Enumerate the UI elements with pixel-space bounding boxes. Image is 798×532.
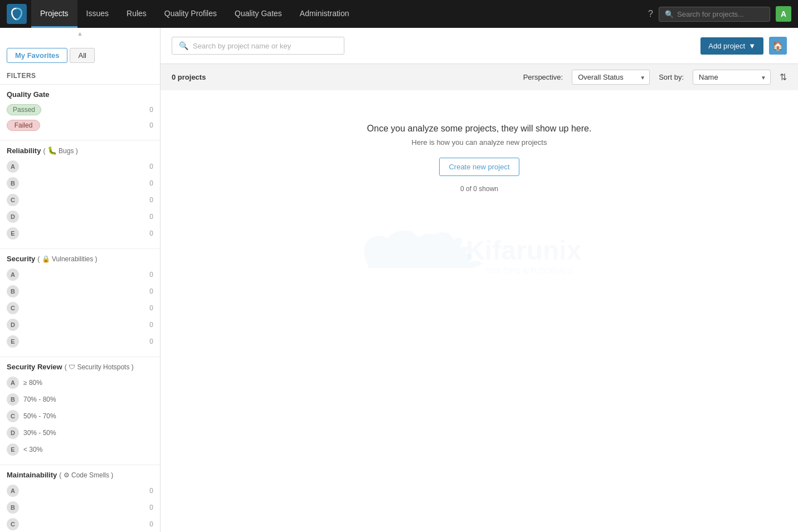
reliability-count-d: 0 — [149, 213, 153, 221]
sr-b-row: B 70% - 80% — [7, 392, 153, 407]
tab-my-favorites[interactable]: My Favorites — [7, 48, 67, 63]
sr-grade-b[interactable]: B — [7, 393, 19, 406]
maint-count-b: 0 — [149, 504, 153, 511]
security-a-row: A 0 — [7, 267, 153, 282]
help-icon[interactable]: ? — [648, 9, 653, 19]
project-search-wrapper: 🔍 — [172, 37, 344, 55]
empty-state-subtitle: Here is how you can analyze new projects — [412, 138, 547, 147]
sr-d-row: D 30% - 50% — [7, 426, 153, 440]
watermark: ifarunix *NIX TIPS & TUTORIALS K — [334, 215, 624, 284]
maint-grade-a[interactable]: A — [7, 485, 19, 497]
sortby-label: Sort by: — [659, 73, 684, 81]
project-search-input[interactable] — [193, 42, 337, 50]
reliability-grade-d[interactable]: D — [7, 211, 19, 223]
reliability-grade-e[interactable]: E — [7, 227, 19, 240]
sr-grade-a[interactable]: A — [7, 377, 19, 389]
logo[interactable] — [7, 4, 27, 24]
nav-item-quality-profiles[interactable]: Quality Profiles — [155, 0, 226, 28]
perspective-select-wrapper: Overall Status ▼ — [572, 70, 650, 85]
sr-label-d: 30% - 50% — [23, 429, 56, 437]
nav-item-quality-gates[interactable]: Quality Gates — [226, 0, 291, 28]
svg-rect-0 — [7, 4, 27, 24]
sr-c-row: C 50% - 70% — [7, 409, 153, 423]
nav-item-issues[interactable]: Issues — [77, 0, 118, 28]
maintainability-subtitle: ( ⚙ Code Smells ) — [59, 471, 113, 479]
reliability-e-row: E 0 — [7, 226, 153, 241]
security-grade-b[interactable]: B — [7, 285, 19, 297]
security-grade-e[interactable]: E — [7, 335, 19, 348]
perspective-label: Perspective: — [523, 73, 563, 81]
reliability-count-b: 0 — [149, 179, 153, 187]
search-icon: 🔍 — [179, 41, 188, 50]
reliability-title: Reliability ( 🐛 Bugs ) — [7, 146, 153, 155]
nav-right: ? 🔍 A — [648, 6, 791, 22]
sr-label-c: 50% - 70% — [23, 412, 56, 420]
failed-count: 0 — [149, 121, 153, 129]
quality-gate-passed-row: Passed 0 — [7, 103, 153, 116]
reliability-grade-c[interactable]: C — [7, 194, 19, 206]
maint-c-row: C 0 — [7, 517, 153, 531]
main-container: ▲ My Favorites All Filters Quality Gate … — [0, 28, 798, 532]
sort-direction-icon[interactable]: ⇅ — [780, 72, 787, 82]
security-count-e: 0 — [149, 338, 153, 345]
reliability-d-row: D 0 — [7, 209, 153, 224]
quality-gate-section: Quality Gate Passed 0 Failed 0 — [0, 85, 160, 140]
scroll-indicator: ▲ — [0, 28, 160, 39]
maint-b-row: B 0 — [7, 500, 153, 515]
nav-search-icon: 🔍 — [665, 10, 674, 18]
home-button[interactable]: 🏠 — [769, 37, 787, 55]
reliability-count-e: 0 — [149, 230, 153, 237]
security-grade-c[interactable]: C — [7, 302, 19, 314]
sr-grade-c[interactable]: C — [7, 410, 19, 422]
maint-grade-b[interactable]: B — [7, 501, 19, 514]
content-area: 🔍 Add project ▼ 🏠 0 projects Perspective… — [160, 28, 798, 532]
sr-e-row: E < 30% — [7, 442, 153, 457]
security-subtitle: ( 🔒 Vulnerabilities ) — [37, 255, 97, 263]
security-count-a: 0 — [149, 271, 153, 279]
security-grade-d[interactable]: D — [7, 319, 19, 331]
reliability-a-row: A 0 — [7, 159, 153, 174]
reliability-subtitle: ( 🐛 Bugs ) — [43, 146, 77, 155]
nav-item-projects[interactable]: Projects — [31, 0, 77, 28]
security-review-title: Security Review ( 🛡 Security Hotspots ) — [7, 363, 153, 371]
sortby-select[interactable]: Name — [693, 70, 771, 85]
nav-search-input[interactable] — [677, 10, 766, 18]
reliability-grade-a[interactable]: A — [7, 160, 19, 173]
filter-bar-right: Perspective: Overall Status ▼ Sort by: N… — [523, 70, 787, 85]
security-section: Security ( 🔒 Vulnerabilities ) A 0 B 0 C… — [0, 249, 160, 357]
maintainability-section: Maintainability ( ⚙ Code Smells ) A 0 B … — [0, 465, 160, 532]
reliability-grade-b[interactable]: B — [7, 177, 19, 189]
security-count-b: 0 — [149, 287, 153, 295]
empty-state-title: Once you analyze some projects, they wil… — [367, 124, 592, 134]
empty-state: Once you analyze some projects, they wil… — [160, 90, 798, 532]
tab-all[interactable]: All — [70, 48, 94, 63]
add-project-button[interactable]: Add project ▼ — [700, 37, 763, 55]
security-e-row: E 0 — [7, 334, 153, 349]
create-project-button[interactable]: Create new project — [439, 158, 519, 176]
perspective-select[interactable]: Overall Status — [572, 70, 650, 85]
shown-count: 0 of 0 shown — [460, 185, 498, 193]
nav-search-wrapper: 🔍 — [659, 7, 770, 22]
home-icon: 🏠 — [772, 41, 784, 51]
failed-badge[interactable]: Failed — [7, 120, 40, 131]
sr-grade-e[interactable]: E — [7, 443, 19, 456]
maint-count-a: 0 — [149, 487, 153, 495]
user-avatar[interactable]: A — [776, 6, 791, 22]
projects-count: 0 projects — [172, 73, 206, 81]
quality-gate-title: Quality Gate — [7, 90, 153, 99]
reliability-b-row: B 0 — [7, 176, 153, 191]
maintainability-title: Maintainability ( ⚙ Code Smells ) — [7, 471, 153, 479]
reliability-section: Reliability ( 🐛 Bugs ) A 0 B 0 C 0 D 0 — [0, 140, 160, 249]
reliability-count-c: 0 — [149, 196, 153, 204]
sr-label-e: < 30% — [23, 446, 42, 453]
security-grade-a[interactable]: A — [7, 269, 19, 281]
sidebar-tabs: My Favorites All — [0, 39, 160, 69]
sr-grade-d[interactable]: D — [7, 427, 19, 439]
maint-grade-c[interactable]: C — [7, 518, 19, 530]
passed-count: 0 — [149, 106, 153, 114]
nav-item-administration[interactable]: Administration — [291, 0, 358, 28]
maint-a-row: A 0 — [7, 484, 153, 498]
sr-label-b: 70% - 80% — [23, 396, 56, 403]
passed-badge[interactable]: Passed — [7, 104, 41, 115]
nav-item-rules[interactable]: Rules — [118, 0, 155, 28]
